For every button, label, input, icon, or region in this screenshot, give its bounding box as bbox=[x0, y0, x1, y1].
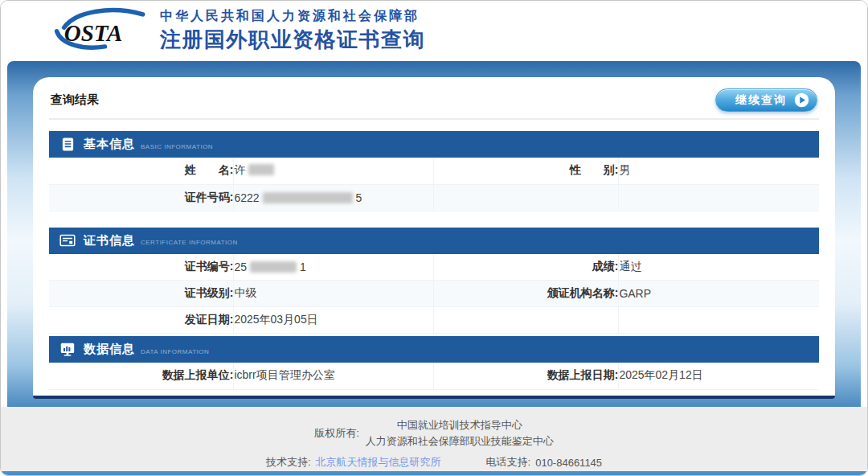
empty-cell bbox=[619, 307, 819, 334]
site-title: 注册国外职业资格证书查询 bbox=[160, 26, 425, 54]
data-info-section: 数据信息 DATA INFORMATION 数据上报单位: icbrr项目管理办… bbox=[49, 336, 819, 390]
cert-number-value: 251 bbox=[234, 254, 434, 281]
basic-info-table: 姓 名: 许 性 别: 男 证件号码: 62225 bbox=[49, 158, 819, 211]
phone-support: 电话支持: 010-84661145 bbox=[486, 455, 603, 470]
tech-support-link[interactable]: 北京航天情报与信息研究所 bbox=[316, 455, 441, 470]
page-header: OSTA 中华人民共和国人力资源和社会保障部 注册国外职业资格证书查询 bbox=[1, 1, 867, 61]
monitor-chart-icon bbox=[59, 342, 76, 358]
certificate-info-header: 证书信息 CERTIFICATE INFORMATION bbox=[49, 228, 819, 254]
issuer-label: 颁证机构名称: bbox=[434, 281, 619, 307]
continue-query-label: 继续查询 bbox=[735, 93, 787, 108]
page-footer: 版权所有: 中国就业培训技术指导中心 人力资源和社会保障部职业技能鉴定中心 技术… bbox=[1, 407, 867, 471]
report-date-label: 数据上报日期: bbox=[434, 363, 619, 389]
redacted-block bbox=[248, 164, 274, 175]
tech-support: 技术支持: 北京航天情报与信息研究所 bbox=[266, 455, 441, 470]
section-title: 数据信息 bbox=[84, 342, 135, 357]
play-icon bbox=[794, 92, 809, 108]
basic-info-header: 基本信息 BASIC INFORMATION bbox=[49, 131, 819, 158]
redacted-block bbox=[250, 261, 297, 273]
support-row: 技术支持: 北京航天情报与信息研究所 电话支持: 010-84661145 bbox=[1, 455, 867, 470]
table-row: 发证日期: 2025年03月05日 bbox=[49, 307, 819, 334]
results-bar: 查询结果 继续查询 bbox=[49, 87, 819, 120]
table-row: 数据上报单位: icbrr项目管理办公室 数据上报日期: 2025年02月12日 bbox=[49, 363, 819, 389]
cert-level-value: 中级 bbox=[234, 281, 434, 307]
copyright-line-1: 中国就业培训技术指导中心 bbox=[397, 419, 522, 431]
table-row: 姓 名: 许 性 别: 男 bbox=[49, 158, 819, 184]
empty-cell bbox=[434, 307, 619, 334]
certificate-query-page: { "header": { "logo": "OSTA", "ministry"… bbox=[0, 0, 868, 476]
cert-level-label: 证书级别: bbox=[49, 281, 234, 307]
issuer-value: GARP bbox=[619, 281, 819, 307]
gender-value: 男 bbox=[619, 158, 819, 184]
tech-support-label: 技术支持: bbox=[266, 455, 311, 470]
document-icon bbox=[59, 137, 76, 153]
issue-date-label: 发证日期: bbox=[49, 307, 234, 334]
continue-query-button[interactable]: 继续查询 bbox=[715, 88, 817, 112]
bottom-blue-bar bbox=[1, 471, 867, 476]
table-row: 证书编号: 251 成绩: 通过 bbox=[49, 254, 819, 281]
redacted-block bbox=[263, 192, 353, 203]
section-title: 基本信息 bbox=[84, 137, 135, 152]
content-panel: 查询结果 继续查询 bbox=[33, 77, 835, 399]
copyright-label: 版权所有: bbox=[314, 426, 359, 441]
name-value: 许 bbox=[234, 158, 434, 184]
name-label: 姓 名: bbox=[49, 158, 234, 184]
score-label: 成绩: bbox=[434, 254, 619, 281]
header-titles: 中华人民共和国人力资源和社会保障部 注册国外职业资格证书查询 bbox=[160, 8, 425, 54]
section-subtitle: DATA INFORMATION bbox=[141, 348, 209, 355]
id-number-label: 证件号码: bbox=[49, 184, 234, 211]
cert-number-label: 证书编号: bbox=[49, 254, 234, 281]
issue-date-value: 2025年03月05日 bbox=[234, 307, 434, 334]
id-number-value: 62225 bbox=[234, 184, 434, 211]
data-info-table: 数据上报单位: icbrr项目管理办公室 数据上报日期: 2025年02月12日 bbox=[49, 363, 819, 390]
ministry-name: 中华人民共和国人力资源和社会保障部 bbox=[160, 8, 425, 25]
osta-logo: OSTA bbox=[54, 6, 149, 56]
basic-info-section: 基本信息 BASIC INFORMATION 姓 名: 许 性 别: 男 证件号… bbox=[49, 131, 819, 211]
copyright-row: 版权所有: 中国就业培训技术指导中心 人力资源和社会保障部职业技能鉴定中心 bbox=[1, 417, 867, 449]
report-date-value: 2025年02月12日 bbox=[619, 363, 819, 389]
logo-text: OSTA bbox=[64, 19, 123, 45]
phone-number: 010-84661145 bbox=[535, 457, 602, 469]
section-subtitle: BASIC INFORMATION bbox=[141, 143, 213, 150]
data-info-header: 数据信息 DATA INFORMATION bbox=[49, 336, 819, 363]
table-row: 证书级别: 中级 颁证机构名称: GARP bbox=[49, 281, 819, 307]
certificate-info-table: 证书编号: 251 成绩: 通过 证书级别: 中级 颁证机构名称: GARP 发… bbox=[49, 254, 819, 334]
results-title: 查询结果 bbox=[51, 92, 99, 108]
table-row: 证件号码: 62225 bbox=[49, 184, 819, 211]
section-subtitle: CERTIFICATE INFORMATION bbox=[141, 239, 238, 246]
empty-cell bbox=[619, 184, 819, 211]
score-value: 通过 bbox=[619, 254, 819, 281]
report-unit-value: icbrr项目管理办公室 bbox=[234, 363, 434, 389]
certificate-info-section: 证书信息 CERTIFICATE INFORMATION 证书编号: 251 成… bbox=[49, 228, 819, 334]
empty-cell bbox=[434, 184, 619, 211]
section-title: 证书信息 bbox=[84, 233, 135, 248]
report-unit-label: 数据上报单位: bbox=[49, 363, 234, 389]
certificate-icon bbox=[59, 232, 76, 248]
gender-label: 性 别: bbox=[434, 158, 619, 184]
main-blue-frame: 查询结果 继续查询 bbox=[7, 61, 861, 407]
phone-support-label: 电话支持: bbox=[486, 455, 531, 470]
copyright-lines: 中国就业培训技术指导中心 人力资源和社会保障部职业技能鉴定中心 bbox=[366, 417, 554, 449]
copyright-line-2: 人力资源和社会保障部职业技能鉴定中心 bbox=[366, 435, 554, 447]
